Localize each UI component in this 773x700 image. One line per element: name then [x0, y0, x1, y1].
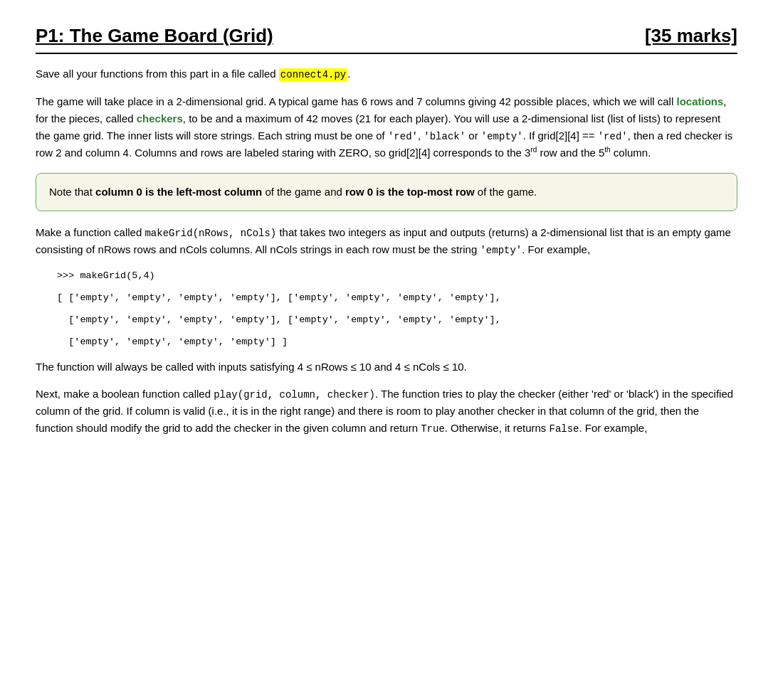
- red-string: 'red': [388, 131, 418, 142]
- play-function: play(grid, column, checker): [214, 389, 375, 401]
- locations-term: locations: [676, 95, 723, 107]
- makegrid-function: makeGrid(nRows, nCols): [144, 228, 276, 239]
- note-bold1: column 0 is the left-most column: [95, 186, 262, 198]
- note-after: of the game.: [475, 186, 537, 198]
- black-string: 'black': [424, 131, 466, 142]
- page-marks: [35 marks]: [645, 21, 737, 50]
- intro-before: Save all your functions from this part i…: [36, 68, 279, 80]
- intro-paragraph: Save all your functions from this part i…: [36, 65, 737, 83]
- note-middle: of the game and: [262, 186, 345, 198]
- note-box: Note that column 0 is the left-most colu…: [36, 173, 737, 211]
- filename-highlight: connect4.py: [279, 68, 347, 81]
- code-line-1: >>> makeGrid(5,4): [57, 269, 737, 284]
- checkers-term: checkers: [137, 112, 183, 124]
- code-line-3: ['empty', 'empty', 'empty', 'empty'], ['…: [57, 313, 737, 328]
- page-title-bar: P1: The Game Board (Grid) [35 marks]: [36, 21, 737, 54]
- empty-string-2: 'empty': [480, 245, 522, 256]
- empty-string: 'empty': [481, 131, 523, 142]
- play-function-paragraph: Next, make a boolean function called pla…: [36, 386, 737, 438]
- intro-after: .: [347, 68, 350, 80]
- true-value: True: [421, 423, 445, 435]
- note-bold2: row 0 is the top-most row: [345, 186, 475, 198]
- note-before: Note that: [49, 186, 95, 198]
- superscript-rd: rd: [530, 146, 537, 154]
- constraint-text: The function will always be called with …: [36, 361, 467, 373]
- page-title: P1: The Game Board (Grid): [36, 21, 273, 50]
- makegrid-intro-paragraph: Make a function called makeGrid(nRows, n…: [36, 224, 737, 259]
- code-line-2: [ ['empty', 'empty', 'empty', 'empty'], …: [57, 291, 737, 306]
- red-value: 'red': [598, 131, 628, 142]
- description-paragraph: The game will take place in a 2-dimensio…: [36, 93, 737, 161]
- false-value: False: [549, 423, 579, 435]
- constraint-paragraph: The function will always be called with …: [36, 359, 737, 376]
- code-line-4: ['empty', 'empty', 'empty', 'empty'] ]: [57, 335, 737, 350]
- superscript-th: th: [604, 146, 610, 154]
- code-example: >>> makeGrid(5,4) [ ['empty', 'empty', '…: [57, 269, 737, 350]
